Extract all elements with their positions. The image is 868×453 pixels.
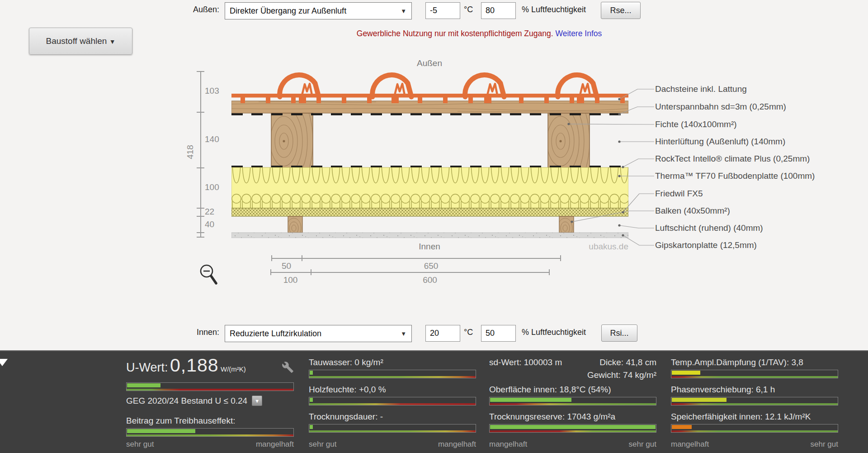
metric-label: Speicherfähigkeit innen: 12.1 kJ/m²K [671, 412, 838, 422]
tauwasser-metric: Tauwasser: 0 kg/m² [309, 358, 476, 378]
dim-tick [560, 255, 561, 261]
weight-value: Gewicht: 74 kg/m² [587, 370, 656, 380]
geg-dropdown-button[interactable]: ▼ [252, 396, 262, 406]
layer-label: Unterspannbahn sd=3m (0,25mm) [655, 101, 786, 112]
dim-tick [197, 71, 204, 72]
metric-bar-scale [490, 403, 656, 405]
ubakus-watermark: ubakus.de [574, 242, 628, 252]
dim-50: 50 [271, 261, 302, 271]
layer-label: RockTect Intello® climate Plus (0,25mm) [655, 153, 810, 164]
results-col-uvalue: U-Wert: 0,188 W/(m²K) GEG 2020/24 Bestan… [126, 351, 294, 453]
scale-label-left: mangelhaft [671, 440, 709, 449]
u-value-unit: W/(m²K) [221, 365, 246, 373]
geg-requirement-row: GEG 2020/24 Bestand U ≤ 0.24 ▼ [126, 396, 262, 406]
dim-40: 40 [205, 219, 214, 229]
results-col-thermal: Temp.Ampl.Dämpfung (1/TAV): 3,8 Phasenve… [671, 351, 838, 453]
dim-tick [197, 237, 204, 238]
metric-bar-scale [309, 403, 476, 405]
inside-temperature-input[interactable] [425, 325, 460, 342]
dim-tick [197, 232, 204, 233]
layer-label: Dachsteine inkl. Lattung [655, 84, 747, 95]
ubakus-calculator: Außen: Direkter Übergang zur Außenluft ▼… [0, 0, 868, 453]
metric-label: Beitrag zum Treibhauseffekt: [126, 416, 294, 426]
license-notice: Gewerbliche Nutzung nur mit kostenpflich… [289, 29, 669, 38]
horizontal-dimension-line [270, 272, 549, 273]
vertical-dimension-line [200, 71, 201, 237]
metric-bar [309, 397, 476, 405]
metric-bar-fill [127, 383, 160, 387]
chevron-down-icon: ▼ [401, 3, 406, 20]
chevron-down-icon: ▼ [401, 325, 406, 343]
sd-value: sd-Wert: 100003 m [489, 358, 562, 367]
metric-bar-scale [309, 376, 476, 378]
rse-button[interactable]: Rse... [601, 2, 641, 19]
temp-amplitude-metric: Temp.Ampl.Dämpfung (1/TAV): 3,8 [671, 358, 838, 378]
metric-bar-scale [671, 403, 838, 405]
metric-label: Oberfläche innen: 18,8°C (54%) [489, 385, 656, 395]
trocknungsreserve-metric: Trocknungsreserve: 17043 g/m²a [489, 412, 656, 433]
dim-103: 103 [205, 86, 219, 96]
dim-tick [270, 269, 271, 275]
chevron-down-icon: ▼ [109, 38, 116, 45]
dim-140: 140 [205, 134, 219, 144]
zoom-out-icon[interactable] [199, 264, 220, 288]
metric-bar [671, 424, 838, 433]
dim-tick [311, 269, 311, 275]
dim-tick [197, 216, 204, 217]
scale-label-right: sehr gut [629, 440, 656, 449]
results-col-surface: sd-Wert: 100003 m Dicke: 41,8 cm Gewicht… [489, 351, 656, 453]
metric-label: Tauwasser: 0 kg/m² [309, 358, 476, 367]
geg-requirement-label: GEG 2020/24 Bestand U ≤ 0.24 [126, 396, 247, 406]
thickness-value: Dicke: 41,8 cm [599, 358, 656, 367]
holzfeuchte-metric: Holzfeuchte: +0,0 % [309, 385, 476, 405]
metric-bar-fill [672, 398, 726, 402]
dim-tick [197, 112, 204, 113]
inside-circulation-select[interactable]: Reduzierte Luftzirkulation ▼ [225, 325, 412, 342]
panel-collapse-toggle[interactable] [0, 359, 8, 366]
metric-label: Temp.Ampl.Dämpfung (1/TAV): 3,8 [671, 358, 838, 367]
metric-bar [309, 424, 476, 433]
layer-label: Balken (40x50mm²) [655, 205, 730, 216]
inside-circulation-value: Reduzierte Luftzirkulation [230, 329, 321, 338]
metric-bar-scale [490, 430, 656, 432]
outside-temperature-input[interactable] [425, 2, 460, 19]
u-value-label: U-Wert: [126, 361, 168, 374]
scale-label-right: mangelhaft [438, 440, 476, 449]
construction-cross-section[interactable] [231, 71, 628, 238]
rsi-button[interactable]: Rsi... [601, 324, 637, 342]
ghg-metric: Beitrag zum Treibhauseffekt: [126, 416, 294, 437]
choose-material-button[interactable]: Baustoff wählen ▼ [29, 28, 132, 55]
outside-transition-select[interactable]: Direkter Übergang zur Außenluft ▼ [225, 2, 412, 19]
metric-label: Holzfeuchte: +0,0 % [309, 385, 476, 395]
scale-label-left: sehr gut [309, 440, 336, 449]
metric-bar-fill [672, 371, 700, 375]
dim-tick [271, 255, 272, 261]
metric-bar [126, 382, 294, 391]
license-notice-text: Gewerbliche Nutzung nur mit kostenpflich… [357, 29, 553, 38]
metric-bar [489, 424, 656, 433]
inside-side-label: Innen [389, 242, 470, 252]
outside-side-label: Außen [389, 58, 470, 68]
metric-bar-scale [671, 376, 838, 378]
dim-tick [302, 255, 302, 261]
dim-22: 22 [205, 207, 214, 217]
metric-bar-fill [310, 398, 313, 402]
dim-tick [197, 208, 204, 209]
metric-bar-scale [127, 389, 293, 391]
inside-label: Innen: [179, 328, 219, 337]
layer-label: Gipskartonplatte (12,5mm) [655, 240, 757, 251]
metric-bar [671, 397, 838, 405]
metric-label: Trocknungsreserve: 17043 g/m²a [489, 412, 656, 422]
scale-label-right: mangelhaft [256, 440, 294, 449]
phase-shift-metric: Phasenverschiebung: 6,1 h [671, 385, 838, 405]
outside-humidity-input[interactable] [481, 2, 516, 19]
metric-bar-fill [490, 398, 571, 402]
layer-label: Luftschicht (ruhend) (40mm) [655, 223, 763, 234]
wrench-icon[interactable] [282, 361, 294, 373]
more-info-link[interactable]: Weitere Infos [555, 29, 602, 38]
inside-humidity-input[interactable] [481, 325, 516, 342]
inside-humidity-unit: % Luftfeuchtigkeit [522, 328, 586, 337]
dim-tick [197, 167, 204, 168]
metric-bar-fill [127, 429, 195, 433]
metric-bar-fill [490, 425, 656, 429]
